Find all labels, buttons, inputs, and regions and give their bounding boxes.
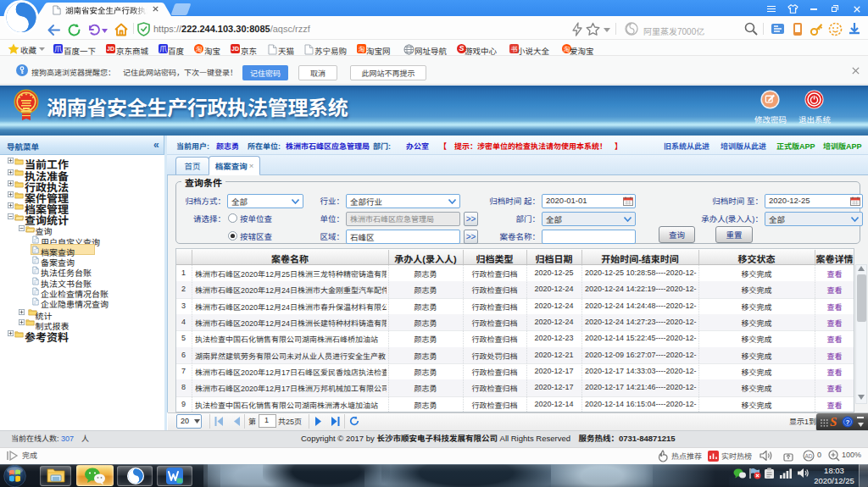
svg-text:AD: AD: [804, 453, 812, 459]
svg-text:?: ?: [846, 418, 850, 426]
